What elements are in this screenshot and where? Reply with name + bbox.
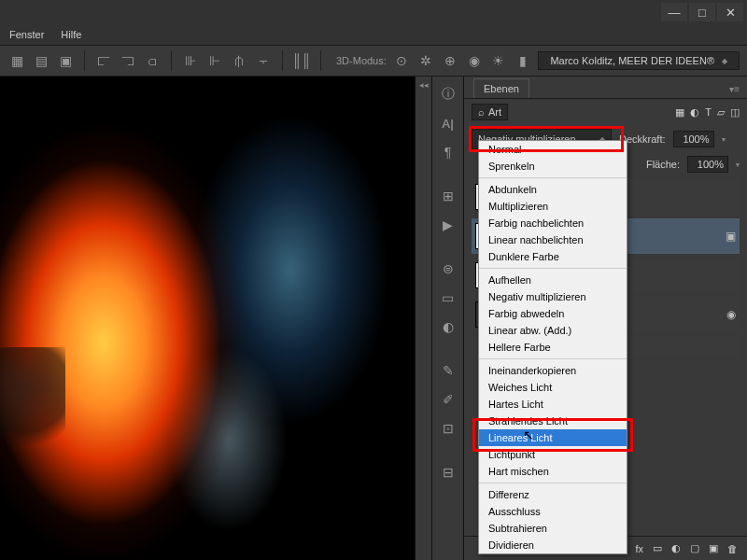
blend-option[interactable]: Subtrahieren: [479, 520, 627, 537]
blend-mode-dropdown[interactable]: NormalSprenkelnAbdunkelnMultiplizierenFa…: [478, 140, 627, 554]
blend-option[interactable]: Ineinanderkopieren: [479, 362, 627, 379]
blend-option[interactable]: Abdunkeln: [479, 181, 627, 198]
opacity-value[interactable]: 100%: [673, 131, 714, 147]
align-icon[interactable]: ⫏: [143, 51, 162, 70]
menu-fenster[interactable]: Fenster: [9, 29, 44, 40]
3d-icon[interactable]: ◉: [465, 51, 484, 70]
blend-option[interactable]: Dividieren: [479, 537, 627, 553]
blend-option[interactable]: Farbig abwedeln: [479, 305, 627, 322]
panel-menu-icon[interactable]: ▾≡: [722, 80, 747, 98]
chevron-down-icon[interactable]: ▾: [722, 135, 726, 144]
distribute-icon[interactable]: ⊪: [181, 51, 200, 70]
blend-option[interactable]: Lichtpunkt: [479, 446, 627, 463]
clone-icon[interactable]: ⊡: [436, 416, 460, 441]
chevron-down-icon[interactable]: ▾: [736, 161, 740, 169]
fx-icon[interactable]: fx: [635, 543, 643, 554]
tool-icon[interactable]: ▣: [56, 51, 75, 70]
brush-icon[interactable]: ✎: [436, 358, 460, 383]
filter-type-icon[interactable]: T: [705, 106, 712, 119]
blend-option[interactable]: Multiplizieren: [479, 198, 627, 215]
blend-option[interactable]: Lineares Licht: [479, 429, 627, 446]
canvas-image-detail: [0, 347, 65, 450]
separator: [479, 483, 627, 483]
user-label: Marco Kolditz, MEER DER IDEEN®: [550, 55, 714, 66]
maximize-button[interactable]: □: [689, 3, 715, 21]
blend-option[interactable]: Differenz: [479, 486, 627, 503]
blend-option[interactable]: Linear abw. (Add.): [479, 322, 627, 339]
panel-icon[interactable]: ⊞: [436, 184, 460, 208]
character-panel-icon[interactable]: A|: [436, 111, 460, 135]
info-icon[interactable]: ⓘ: [436, 82, 460, 106]
fill-value[interactable]: 100%: [687, 156, 728, 173]
tool-icon[interactable]: ▦: [7, 51, 26, 70]
3d-icon[interactable]: ☀: [489, 51, 508, 70]
close-button[interactable]: ✕: [717, 3, 743, 21]
distribute-icon[interactable]: ⫟: [254, 51, 273, 70]
blend-option[interactable]: Hartes Licht: [479, 396, 627, 413]
separator: [479, 358, 627, 359]
distribute-icon[interactable]: ⫛: [230, 51, 248, 70]
tool-icon[interactable]: ▤: [32, 51, 50, 70]
separator: [479, 268, 627, 269]
mask-icon[interactable]: ▭: [653, 542, 662, 554]
minimize-button[interactable]: —: [661, 3, 687, 21]
play-icon[interactable]: ▶: [436, 213, 460, 237]
mode3d-label: 3D-Modus:: [336, 55, 387, 66]
blend-option[interactable]: Weiches Licht: [479, 379, 627, 396]
separator: [320, 50, 321, 71]
separator: [84, 50, 85, 71]
separator: [282, 50, 283, 71]
filter-pixel-icon[interactable]: ▦: [675, 106, 684, 119]
user-dropdown[interactable]: Marco Kolditz, MEER DER IDEEN® ◆: [538, 51, 740, 70]
trash-icon[interactable]: 🗑: [727, 543, 738, 554]
blend-option[interactable]: Negativ multiplizieren: [479, 288, 627, 305]
blend-option[interactable]: Farbig nachbelichten: [479, 215, 627, 231]
swatches-icon[interactable]: ⊜: [436, 257, 460, 281]
blend-option[interactable]: Hellere Farbe: [479, 339, 627, 356]
blend-option[interactable]: Sprenkeln: [479, 158, 627, 175]
panel-icon[interactable]: ⊟: [436, 460, 460, 484]
3d-icon[interactable]: ✲: [416, 51, 435, 70]
filter-smart-icon[interactable]: ◫: [730, 106, 740, 119]
filter-shape-icon[interactable]: ▱: [717, 106, 725, 119]
fill-label: Fläche:: [646, 159, 680, 170]
canvas[interactable]: [0, 77, 416, 560]
blend-option[interactable]: Strahlendes Licht: [479, 413, 627, 429]
menu-hilfe[interactable]: Hilfe: [61, 29, 81, 40]
paragraph-icon[interactable]: ¶: [436, 140, 460, 164]
layer-filter-type[interactable]: ⌕ Art: [472, 104, 508, 120]
blend-option[interactable]: Aufhellen: [479, 272, 627, 288]
layer-link-icon[interactable]: ▣: [726, 230, 736, 243]
3d-icon[interactable]: ⊙: [392, 51, 411, 70]
folder-icon[interactable]: ▢: [690, 542, 699, 554]
blend-option[interactable]: Hart mischen: [479, 463, 627, 480]
canvas-image: [0, 77, 415, 560]
adjustments-icon[interactable]: ◐: [436, 315, 460, 339]
blend-option[interactable]: Dunklere Farbe: [479, 248, 627, 265]
separator: [479, 177, 627, 178]
distribute-icon[interactable]: ⊩: [205, 51, 224, 70]
blend-option[interactable]: Normal: [479, 141, 627, 158]
new-layer-icon[interactable]: ▣: [709, 542, 718, 554]
blend-option[interactable]: Ausschluss: [479, 503, 627, 520]
blend-option[interactable]: Linear nachbelichten: [479, 231, 627, 248]
align-icon[interactable]: ⫍: [94, 51, 113, 70]
visibility-icon[interactable]: ◉: [726, 308, 736, 321]
3d-icon[interactable]: ⊕: [441, 51, 459, 70]
3d-icon[interactable]: ▮: [514, 51, 532, 70]
chevron-down-icon: ◆: [722, 57, 727, 65]
distribute-icon[interactable]: ║║: [292, 51, 311, 70]
tab-layers[interactable]: Ebenen: [473, 78, 529, 98]
chevron-icon: ◂◂: [419, 80, 429, 90]
align-icon[interactable]: ⫎: [119, 51, 137, 70]
styles-icon[interactable]: ▭: [436, 286, 460, 310]
panel-collapse[interactable]: ◂◂: [416, 77, 432, 560]
search-icon: ⌕: [478, 106, 485, 118]
vertical-toolstrip: ⓘ A| ¶ ⊞ ▶ ⊜ ▭ ◐ ✎ ✐ ⊡ ⊟: [432, 77, 464, 560]
separator: [171, 50, 172, 71]
filter-label: Art: [488, 106, 501, 118]
adjustment-icon[interactable]: ◐: [671, 542, 681, 554]
filter-adjust-icon[interactable]: ◐: [690, 106, 699, 119]
brush-settings-icon[interactable]: ✐: [436, 387, 460, 412]
